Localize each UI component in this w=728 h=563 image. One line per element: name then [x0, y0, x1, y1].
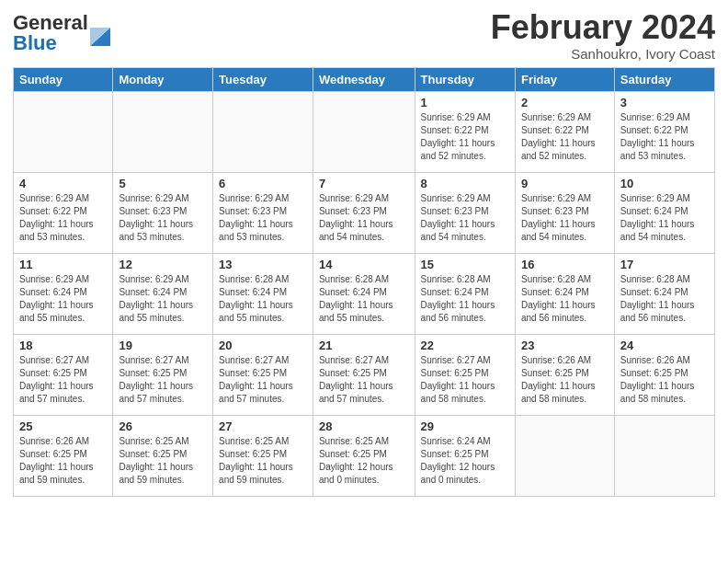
- calendar-cell: 12Sunrise: 6:29 AM Sunset: 6:24 PM Dayli…: [113, 253, 213, 334]
- calendar-cell: [113, 91, 213, 172]
- day-number: 13: [219, 258, 307, 271]
- day-number: 16: [521, 258, 609, 271]
- day-number: 2: [521, 96, 609, 109]
- day-info: Sunrise: 6:29 AM Sunset: 6:23 PM Dayligh…: [421, 192, 509, 244]
- day-info: Sunrise: 6:29 AM Sunset: 6:23 PM Dayligh…: [521, 192, 609, 244]
- day-info: Sunrise: 6:24 AM Sunset: 6:25 PM Dayligh…: [421, 435, 509, 487]
- day-number: 20: [219, 339, 307, 352]
- day-info: Sunrise: 6:26 AM Sunset: 6:25 PM Dayligh…: [620, 354, 709, 406]
- day-number: 7: [319, 177, 409, 190]
- day-number: 24: [620, 339, 709, 352]
- day-info: Sunrise: 6:25 AM Sunset: 6:25 PM Dayligh…: [319, 435, 409, 487]
- dow-header-monday: Monday: [113, 67, 213, 91]
- calendar-cell: 2Sunrise: 6:29 AM Sunset: 6:22 PM Daylig…: [515, 91, 614, 172]
- calendar-cell: 15Sunrise: 6:28 AM Sunset: 6:24 PM Dayli…: [415, 253, 515, 334]
- day-number: 3: [620, 96, 709, 109]
- calendar-cell: 23Sunrise: 6:26 AM Sunset: 6:25 PM Dayli…: [515, 334, 614, 415]
- day-info: Sunrise: 6:27 AM Sunset: 6:25 PM Dayligh…: [19, 354, 107, 406]
- calendar-cell: 9Sunrise: 6:29 AM Sunset: 6:23 PM Daylig…: [515, 172, 614, 253]
- calendar-cell: [213, 91, 313, 172]
- day-number: 22: [421, 339, 509, 352]
- day-number: 23: [521, 339, 609, 352]
- day-number: 1: [421, 96, 509, 109]
- day-number: 9: [521, 177, 609, 190]
- week-row-5: 25Sunrise: 6:26 AM Sunset: 6:25 PM Dayli…: [14, 415, 715, 496]
- day-info: Sunrise: 6:29 AM Sunset: 6:22 PM Dayligh…: [421, 111, 509, 163]
- day-number: 17: [620, 258, 709, 271]
- day-number: 6: [219, 177, 307, 190]
- dow-header-tuesday: Tuesday: [213, 67, 313, 91]
- calendar-cell: 17Sunrise: 6:28 AM Sunset: 6:24 PM Dayli…: [614, 253, 714, 334]
- calendar-cell: 18Sunrise: 6:27 AM Sunset: 6:25 PM Dayli…: [14, 334, 113, 415]
- calendar-cell: 14Sunrise: 6:28 AM Sunset: 6:24 PM Dayli…: [313, 253, 415, 334]
- dow-header-wednesday: Wednesday: [313, 67, 415, 91]
- days-of-week-row: SundayMondayTuesdayWednesdayThursdayFrid…: [14, 67, 715, 91]
- day-info: Sunrise: 6:29 AM Sunset: 6:23 PM Dayligh…: [219, 192, 307, 244]
- day-info: Sunrise: 6:27 AM Sunset: 6:25 PM Dayligh…: [119, 354, 207, 406]
- subtitle: Sanhoukro, Ivory Coast: [491, 46, 715, 62]
- calendar-cell: [313, 91, 415, 172]
- calendar-cell: 16Sunrise: 6:28 AM Sunset: 6:24 PM Dayli…: [515, 253, 614, 334]
- calendar-cell: 3Sunrise: 6:29 AM Sunset: 6:22 PM Daylig…: [614, 91, 714, 172]
- day-number: 15: [421, 258, 509, 271]
- calendar-cell: 6Sunrise: 6:29 AM Sunset: 6:23 PM Daylig…: [213, 172, 313, 253]
- dow-header-friday: Friday: [515, 67, 614, 91]
- calendar-cell: 29Sunrise: 6:24 AM Sunset: 6:25 PM Dayli…: [415, 415, 515, 496]
- day-info: Sunrise: 6:27 AM Sunset: 6:25 PM Dayligh…: [219, 354, 307, 406]
- day-number: 29: [421, 419, 509, 433]
- logo-icon: [90, 20, 110, 46]
- calendar-cell: 22Sunrise: 6:27 AM Sunset: 6:25 PM Dayli…: [415, 334, 515, 415]
- calendar-cell: 11Sunrise: 6:29 AM Sunset: 6:24 PM Dayli…: [14, 253, 113, 334]
- calendar-cell: 13Sunrise: 6:28 AM Sunset: 6:24 PM Dayli…: [213, 253, 313, 334]
- calendar-cell: 5Sunrise: 6:29 AM Sunset: 6:23 PM Daylig…: [113, 172, 213, 253]
- day-info: Sunrise: 6:27 AM Sunset: 6:25 PM Dayligh…: [421, 354, 509, 406]
- day-number: 12: [119, 258, 207, 271]
- week-row-1: 1Sunrise: 6:29 AM Sunset: 6:22 PM Daylig…: [14, 91, 715, 172]
- day-info: Sunrise: 6:25 AM Sunset: 6:25 PM Dayligh…: [119, 435, 207, 487]
- calendar-cell: 27Sunrise: 6:25 AM Sunset: 6:25 PM Dayli…: [213, 415, 313, 496]
- calendar: SundayMondayTuesdayWednesdayThursdayFrid…: [13, 67, 715, 497]
- day-info: Sunrise: 6:27 AM Sunset: 6:25 PM Dayligh…: [319, 354, 409, 406]
- week-row-2: 4Sunrise: 6:29 AM Sunset: 6:22 PM Daylig…: [14, 172, 715, 253]
- logo: General Blue: [13, 13, 110, 53]
- dow-header-saturday: Saturday: [614, 67, 714, 91]
- calendar-cell: 25Sunrise: 6:26 AM Sunset: 6:25 PM Dayli…: [14, 415, 113, 496]
- title-block: February 2024 Sanhoukro, Ivory Coast: [491, 9, 715, 62]
- day-info: Sunrise: 6:29 AM Sunset: 6:24 PM Dayligh…: [19, 273, 107, 325]
- day-number: 10: [620, 177, 709, 190]
- day-number: 18: [19, 339, 107, 352]
- day-number: 4: [19, 177, 107, 190]
- day-number: 21: [319, 339, 409, 352]
- day-number: 8: [421, 177, 509, 190]
- day-info: Sunrise: 6:28 AM Sunset: 6:24 PM Dayligh…: [620, 273, 709, 325]
- day-info: Sunrise: 6:26 AM Sunset: 6:25 PM Dayligh…: [19, 435, 107, 487]
- calendar-cell: 26Sunrise: 6:25 AM Sunset: 6:25 PM Dayli…: [113, 415, 213, 496]
- day-number: 5: [119, 177, 207, 190]
- calendar-cell: 7Sunrise: 6:29 AM Sunset: 6:23 PM Daylig…: [313, 172, 415, 253]
- calendar-cell: [614, 415, 714, 496]
- day-info: Sunrise: 6:25 AM Sunset: 6:25 PM Dayligh…: [219, 435, 307, 487]
- day-info: Sunrise: 6:26 AM Sunset: 6:25 PM Dayligh…: [521, 354, 609, 406]
- day-number: 19: [119, 339, 207, 352]
- day-info: Sunrise: 6:28 AM Sunset: 6:24 PM Dayligh…: [521, 273, 609, 325]
- calendar-cell: 24Sunrise: 6:26 AM Sunset: 6:25 PM Dayli…: [614, 334, 714, 415]
- day-info: Sunrise: 6:29 AM Sunset: 6:23 PM Dayligh…: [319, 192, 409, 244]
- main-title: February 2024: [491, 9, 715, 46]
- week-row-4: 18Sunrise: 6:27 AM Sunset: 6:25 PM Dayli…: [14, 334, 715, 415]
- day-info: Sunrise: 6:29 AM Sunset: 6:24 PM Dayligh…: [119, 273, 207, 325]
- calendar-cell: 19Sunrise: 6:27 AM Sunset: 6:25 PM Dayli…: [113, 334, 213, 415]
- day-number: 28: [319, 419, 409, 433]
- dow-header-thursday: Thursday: [415, 67, 515, 91]
- week-row-3: 11Sunrise: 6:29 AM Sunset: 6:24 PM Dayli…: [14, 253, 715, 334]
- calendar-cell: 28Sunrise: 6:25 AM Sunset: 6:25 PM Dayli…: [313, 415, 415, 496]
- day-info: Sunrise: 6:29 AM Sunset: 6:24 PM Dayligh…: [620, 192, 709, 244]
- calendar-cell: [515, 415, 614, 496]
- day-number: 11: [19, 258, 107, 271]
- calendar-cell: 1Sunrise: 6:29 AM Sunset: 6:22 PM Daylig…: [415, 91, 515, 172]
- day-number: 27: [219, 419, 307, 433]
- calendar-cell: 10Sunrise: 6:29 AM Sunset: 6:24 PM Dayli…: [614, 172, 714, 253]
- day-info: Sunrise: 6:28 AM Sunset: 6:24 PM Dayligh…: [421, 273, 509, 325]
- day-info: Sunrise: 6:28 AM Sunset: 6:24 PM Dayligh…: [319, 273, 409, 325]
- dow-header-sunday: Sunday: [14, 67, 113, 91]
- day-number: 25: [19, 419, 107, 433]
